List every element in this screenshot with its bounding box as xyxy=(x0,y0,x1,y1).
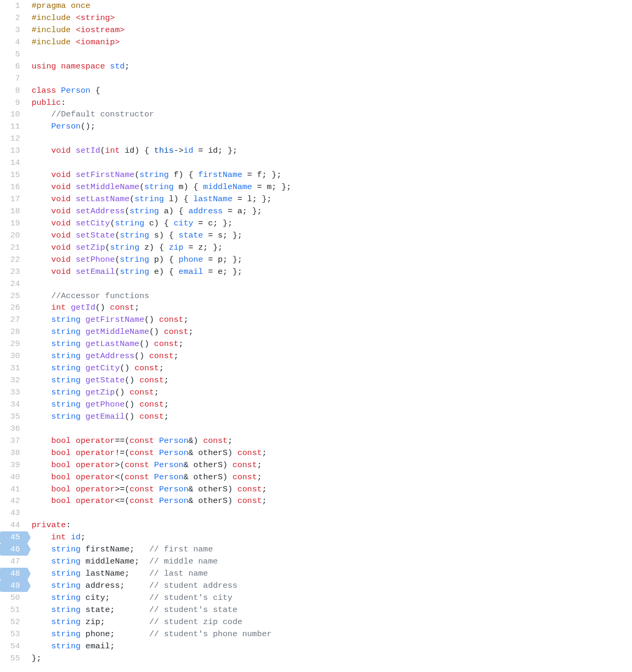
code-line[interactable] xyxy=(32,157,632,169)
code-line[interactable]: string address; // student address xyxy=(32,580,632,592)
line-number: 8 xyxy=(0,85,27,97)
code-line[interactable]: bool operator<=(const Person& otherS) co… xyxy=(32,495,632,507)
code-line[interactable] xyxy=(32,133,632,145)
code-line[interactable]: //Accessor functions xyxy=(32,290,632,302)
code-line[interactable]: void setState(string s) { state = s; }; xyxy=(32,230,632,242)
line-number: 29 xyxy=(0,338,27,350)
code-line[interactable]: bool operator>(const Person& otherS) con… xyxy=(32,459,632,471)
line-number: 35 xyxy=(0,411,27,423)
code-line[interactable]: public: xyxy=(32,97,632,109)
line-number: 6 xyxy=(0,61,27,73)
code-line[interactable]: string firstName; // first name xyxy=(32,543,632,556)
code-line[interactable]: string lastName; // last name xyxy=(32,568,632,580)
code-line[interactable]: string getLastName() const; xyxy=(32,338,632,350)
code-line[interactable]: string state; // student's state xyxy=(32,604,632,616)
code-line[interactable]: //Default constructor xyxy=(32,108,632,121)
line-number: 46 xyxy=(0,543,27,556)
code-line[interactable]: void setAddress(string a) { address = a;… xyxy=(32,205,632,218)
code-line[interactable] xyxy=(32,423,632,435)
code-line[interactable]: string getPhone() const; xyxy=(32,399,632,411)
code-line[interactable]: #include <string> xyxy=(32,12,632,24)
line-number: 14 xyxy=(0,157,27,169)
code-line[interactable]: }; xyxy=(32,653,632,665)
line-number: 33 xyxy=(0,387,27,399)
code-line[interactable]: string getEmail() const; xyxy=(32,411,632,423)
line-number: 44 xyxy=(0,519,27,531)
code-line[interactable]: void setLastName(string l) { lastName = … xyxy=(32,193,632,205)
line-number: 41 xyxy=(0,483,27,496)
line-number: 16 xyxy=(0,181,27,193)
code-line[interactable]: string email; xyxy=(32,640,632,653)
code-line[interactable]: bool operator==(const Person&) const; xyxy=(32,435,632,447)
line-number: 13 xyxy=(0,145,27,157)
code-line[interactable]: string getZip() const; xyxy=(32,387,632,399)
line-number: 30 xyxy=(0,350,27,362)
code-line[interactable]: string getMiddleName() const; xyxy=(32,326,632,338)
code-line[interactable]: bool operator<(const Person& otherS) con… xyxy=(32,471,632,483)
code-line[interactable]: string city; // student's city xyxy=(32,592,632,604)
line-number: 9 xyxy=(0,97,27,109)
code-line[interactable]: string getCity() const; xyxy=(32,362,632,374)
line-number: 36 xyxy=(0,423,27,435)
code-line[interactable]: void setId(int id) { this->id = id; }; xyxy=(32,145,632,157)
line-number: 19 xyxy=(0,218,27,230)
code-line[interactable] xyxy=(32,278,632,290)
code-line[interactable] xyxy=(32,48,632,61)
line-number: 7 xyxy=(0,73,27,85)
code-line[interactable]: void setMiddleName(string m) { middleNam… xyxy=(32,181,632,193)
line-number: 23 xyxy=(0,266,27,278)
line-number: 5 xyxy=(0,48,27,61)
line-number: 52 xyxy=(0,616,27,628)
line-number: 2 xyxy=(0,12,27,24)
line-number: 43 xyxy=(0,507,27,519)
code-line[interactable]: void setCity(string c) { city = c; }; xyxy=(32,218,632,230)
line-number: 27 xyxy=(0,314,27,326)
line-number: 18 xyxy=(0,205,27,218)
line-number: 48 xyxy=(0,568,27,580)
code-line[interactable]: class Person { xyxy=(32,85,632,97)
line-number: 45 xyxy=(0,531,27,543)
line-number: 4 xyxy=(0,36,27,48)
code-line[interactable]: #include <iostream> xyxy=(32,24,632,36)
code-line[interactable]: using namespace std; xyxy=(32,61,632,73)
line-number: 3 xyxy=(0,24,27,36)
code-line[interactable]: int getId() const; xyxy=(32,302,632,314)
line-number: 54 xyxy=(0,640,27,653)
code-editor[interactable]: 1234567891011121314151617181920212223242… xyxy=(0,0,632,665)
code-line[interactable]: bool operator>=(const Person& otherS) co… xyxy=(32,483,632,496)
code-line[interactable] xyxy=(32,507,632,519)
code-line[interactable]: void setEmail(string e) { email = e; }; xyxy=(32,266,632,278)
line-number: 39 xyxy=(0,459,27,471)
line-number: 31 xyxy=(0,362,27,374)
line-number: 11 xyxy=(0,121,27,133)
line-number: 51 xyxy=(0,604,27,616)
code-line[interactable]: #include <iomanip> xyxy=(32,36,632,48)
code-area[interactable]: #pragma once#include <string>#include <i… xyxy=(27,0,632,665)
code-line[interactable]: void setPhone(string p) { phone = p; }; xyxy=(32,254,632,266)
code-line[interactable]: string getFirstName() const; xyxy=(32,314,632,326)
code-line[interactable]: bool operator!=(const Person& otherS) co… xyxy=(32,447,632,459)
line-number: 53 xyxy=(0,628,27,640)
code-line[interactable]: Person(); xyxy=(32,121,632,133)
line-number: 28 xyxy=(0,326,27,338)
code-line[interactable]: string getState() const; xyxy=(32,374,632,387)
line-number: 50 xyxy=(0,592,27,604)
code-line[interactable]: #pragma once xyxy=(32,0,632,12)
line-number: 32 xyxy=(0,374,27,387)
code-line[interactable]: string middleName; // middle name xyxy=(32,556,632,568)
code-line[interactable]: string getAddress() const; xyxy=(32,350,632,362)
line-number: 37 xyxy=(0,435,27,447)
code-line[interactable]: private: xyxy=(32,519,632,531)
line-number-gutter: 1234567891011121314151617181920212223242… xyxy=(0,0,27,665)
code-line[interactable]: void setFirstName(string f) { firstName … xyxy=(32,169,632,181)
code-line[interactable]: string phone; // student's phone number xyxy=(32,628,632,640)
code-line[interactable] xyxy=(32,73,632,85)
line-number: 25 xyxy=(0,290,27,302)
code-line[interactable]: int id; xyxy=(32,531,632,543)
code-line[interactable]: void setZip(string z) { zip = z; }; xyxy=(32,242,632,254)
line-number: 26 xyxy=(0,302,27,314)
line-number: 34 xyxy=(0,399,27,411)
line-number: 24 xyxy=(0,278,27,290)
code-line[interactable]: string zip; // student zip code xyxy=(32,616,632,628)
line-number: 1 xyxy=(0,0,27,12)
